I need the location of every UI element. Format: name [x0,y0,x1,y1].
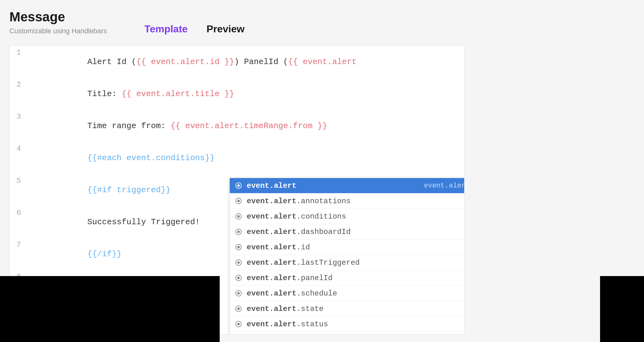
autocomplete-item-2[interactable]: event.alert.conditions [230,209,464,224]
autocomplete-item-6[interactable]: event.alert.panelId [230,270,464,286]
svg-point-1 [237,184,240,187]
autocomplete-item-1[interactable]: event.alert.annotations [230,193,464,209]
tab-template[interactable]: Template [144,22,188,36]
svg-point-3 [237,200,240,202]
autocomplete-label-1: event.alert.annotations [247,197,464,205]
autocomplete-label-3: event.alert.dashboardId [247,228,464,236]
autocomplete-icon-9 [234,320,243,328]
line-number-4: 4 [10,144,29,153]
autocomplete-label-0: event.alert [247,182,421,190]
autocomplete-icon-3 [234,227,243,236]
autocomplete-icon-2 [234,212,243,221]
autocomplete-label-6: event.alert.panelId [247,274,464,282]
autocomplete-icon-1 [234,197,243,205]
line-content-5: {{#if triggered}} [29,176,170,204]
line-number-5: 5 [10,176,29,185]
autocomplete-label-4: event.alert.id [247,243,464,252]
svg-point-11 [237,261,240,264]
autocomplete-icon-7 [234,289,243,298]
autocomplete-item-7[interactable]: event.alert.schedule [230,286,464,301]
autocomplete-icon-8 [234,304,243,313]
autocomplete-item-5[interactable]: event.alert.lastTriggered [230,255,464,270]
autocomplete-dropdown[interactable]: event.alert event.alert event.alert.anno… [229,178,464,334]
svg-point-13 [237,277,240,279]
svg-point-15 [237,292,240,295]
line-content-7: {{/if}} [29,240,121,268]
right-black-bar [600,276,644,342]
tab-preview[interactable]: Preview [207,22,244,36]
autocomplete-icon-0 [234,181,243,190]
svg-point-9 [237,246,240,248]
line-number-7: 7 [10,241,29,249]
autocomplete-label-5: event.alert.lastTriggered [247,258,464,267]
autocomplete-label-9: event.alert.status [247,320,464,328]
line-content-6: Successfully Triggered! [29,208,200,236]
autocomplete-item-0[interactable]: event.alert event.alert [230,178,464,193]
svg-point-17 [237,307,240,310]
autocomplete-icon-5 [234,258,243,267]
autocomplete-item-8[interactable]: event.alert.state [230,301,464,317]
code-line-2: 2 Title: {{ event.alert.title }} [10,78,464,110]
autocomplete-label-8: event.alert.state [247,305,464,313]
autocomplete-type-0: event.alert [424,182,464,190]
code-line-4: 4 {{#each event.conditions}} [10,142,464,174]
line-number-1: 1 [10,48,29,57]
svg-point-19 [237,323,240,325]
line-number-2: 2 [10,80,29,89]
line-content-4: {{#each event.conditions}} [29,144,215,172]
autocomplete-label-7: event.alert.schedule [247,289,464,298]
autocomplete-item-3[interactable]: event.alert.dashboardId [230,224,464,240]
autocomplete-item-9[interactable]: event.alert.status [230,317,464,332]
code-line-3: 3 Time range from: {{ event.alert.timeRa… [10,110,464,142]
autocomplete-item-4[interactable]: event.alert.id [230,240,464,255]
bottom-black-bar [0,276,220,342]
line-content-3: Time range from: {{ event.alert.timeRang… [29,112,327,140]
autocomplete-icon-6 [234,274,243,282]
svg-point-5 [237,215,240,218]
autocomplete-icon-4 [234,243,243,252]
line-content-2: Title: {{ event.alert.title }} [29,80,234,108]
code-line-1: 1 Alert Id ({{ event.alert.id }}) PanelI… [10,46,464,78]
line-number-3: 3 [10,112,29,121]
autocomplete-item-10[interactable]: event.alert.timeRange [230,332,464,334]
autocomplete-label-2: event.alert.conditions [247,212,464,221]
line-number-6: 6 [10,209,29,217]
svg-point-7 [237,231,240,233]
line-content-1: Alert Id ({{ event.alert.id }}) PanelId … [29,48,357,76]
